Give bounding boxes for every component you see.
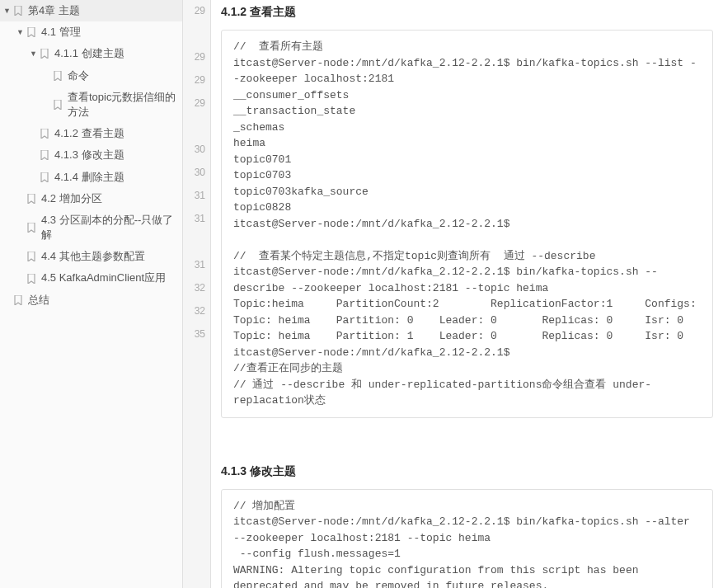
sidebar-item-0[interactable]: ▼第4章 主题 <box>0 0 182 21</box>
line-number <box>183 23 205 46</box>
code-block-413[interactable]: // 增加配置 itcast@Server-node:/mnt/d/kafka_… <box>221 489 713 589</box>
bookmark-icon <box>53 71 63 81</box>
sidebar-item-10[interactable]: 4.4 其他主题参数配置 <box>0 246 182 267</box>
expand-icon: ▼ <box>30 49 38 59</box>
line-number: 30 <box>183 162 205 185</box>
bookmark-icon <box>26 274 36 284</box>
sidebar-item-1[interactable]: ▼4.1 管理 <box>0 21 182 43</box>
bookmark-icon <box>26 194 36 204</box>
sidebar-item-11[interactable]: 4.5 KafkaAdminClient应用 <box>0 267 182 289</box>
bookmark-icon <box>26 223 36 233</box>
sidebar-item-7[interactable]: 4.1.4 删除主题 <box>0 167 182 188</box>
sidebar-item-label: 4.3 分区副本的分配--只做了解 <box>41 213 177 242</box>
sidebar-item-9[interactable]: 4.3 分区副本的分配--只做了解 <box>0 209 182 246</box>
outline-sidebar: ▼第4章 主题▼4.1 管理▼4.1.1 创建主题命令查看topic元数据信细的… <box>0 0 183 588</box>
sidebar-item-8[interactable]: 4.2 增加分区 <box>0 188 182 209</box>
line-number: 31 <box>183 254 205 277</box>
sidebar-item-6[interactable]: 4.1.3 修改主题 <box>0 144 182 166</box>
line-number <box>183 115 205 139</box>
sidebar-item-label: 命令 <box>68 68 177 83</box>
line-number: 29 <box>183 0 205 23</box>
line-number: 29 <box>183 46 205 69</box>
line-number-gutter: 292929293030313131323235 <box>183 0 211 588</box>
sidebar-item-2[interactable]: ▼4.1.1 创建主题 <box>0 43 182 64</box>
bookmark-icon <box>53 100 63 110</box>
line-number: 35 <box>183 323 205 346</box>
bookmark-icon <box>40 150 49 160</box>
expand-icon: ▼ <box>16 27 25 38</box>
main-content: 4.1.2 查看主题 // 查看所有主题 itcast@Server-node:… <box>211 0 723 588</box>
sidebar-item-label: 4.2 增加分区 <box>41 191 177 206</box>
sidebar-item-label: 查看topic元数据信细的方法 <box>68 90 177 120</box>
sidebar-item-label: 4.1.4 删除主题 <box>54 170 177 185</box>
sidebar-item-label: 总结 <box>28 293 177 308</box>
bookmark-icon <box>40 172 49 182</box>
section-412-title: 4.1.2 查看主题 <box>221 5 713 20</box>
section-413-title: 4.1.3 修改主题 <box>221 464 713 479</box>
sidebar-item-label: 4.1 管理 <box>41 25 177 40</box>
line-number: 32 <box>183 277 205 300</box>
bookmark-icon <box>13 295 23 305</box>
sidebar-item-label: 4.1.1 创建主题 <box>54 46 177 61</box>
line-number: 32 <box>183 300 205 323</box>
sidebar-item-12[interactable]: 总结 <box>0 289 182 311</box>
line-number: 30 <box>183 139 205 162</box>
expand-icon: ▼ <box>3 6 12 16</box>
line-number: 29 <box>183 69 205 92</box>
line-number <box>183 231 205 254</box>
line-number: 31 <box>183 208 205 231</box>
bookmark-icon <box>26 27 36 37</box>
sidebar-item-label: 第4章 主题 <box>28 3 177 18</box>
bookmark-icon <box>40 49 49 59</box>
sidebar-item-4[interactable]: 查看topic元数据信细的方法 <box>0 87 182 123</box>
bookmark-icon <box>26 252 36 261</box>
bookmark-icon <box>40 129 49 139</box>
sidebar-item-5[interactable]: 4.1.2 查看主题 <box>0 123 182 144</box>
sidebar-item-label: 4.1.3 修改主题 <box>54 148 177 162</box>
sidebar-item-3[interactable]: 命令 <box>0 65 182 87</box>
sidebar-item-label: 4.4 其他主题参数配置 <box>41 249 177 264</box>
sidebar-item-label: 4.5 KafkaAdminClient应用 <box>41 270 177 285</box>
line-number: 31 <box>183 185 205 208</box>
code-block-412[interactable]: // 查看所有主题 itcast@Server-node:/mnt/d/kafk… <box>221 30 713 418</box>
sidebar-item-label: 4.1.2 查看主题 <box>54 126 177 141</box>
bookmark-icon <box>13 6 23 16</box>
line-number: 29 <box>183 92 205 115</box>
